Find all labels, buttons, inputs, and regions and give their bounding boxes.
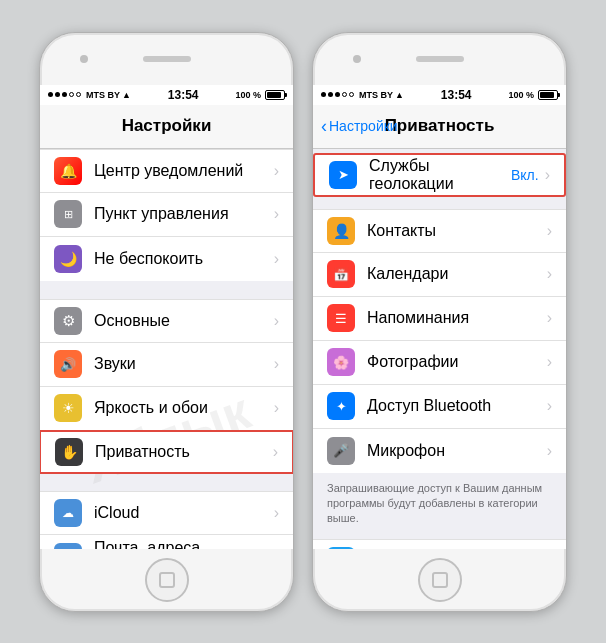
notifications-label: Центр уведомлений <box>94 162 274 180</box>
list-item-sounds[interactable]: 🔊 Звуки › <box>40 343 293 387</box>
bluetooth-chevron: › <box>547 397 552 415</box>
reminders-chevron: › <box>547 309 552 327</box>
photos-chevron: › <box>547 353 552 371</box>
phone-1: MTS BY ▲ 13:54 100 % Настройки Я <box>39 32 294 612</box>
section-2-phone2: 👤 Контакты › 📅 Календари › <box>313 209 566 473</box>
battery-pct-1: 100 % <box>235 90 261 100</box>
wifi-icon-2: ▲ <box>395 90 404 100</box>
battery-icon-1 <box>265 90 285 100</box>
status-left-1: MTS BY ▲ <box>48 90 131 100</box>
twitter-icon <box>327 547 355 549</box>
calendar-icon: 📅 <box>327 260 355 288</box>
list-item-general[interactable]: ⚙ Основные › <box>40 299 293 343</box>
list-item-control[interactable]: ⊞ Пункт управления › <box>40 193 293 237</box>
nav-bar-1: Настройки <box>40 105 293 149</box>
list-item-calendar[interactable]: 📅 Календари › <box>313 253 566 297</box>
battery-fill-2 <box>540 92 554 98</box>
dot2-4 <box>342 92 347 97</box>
carrier-2: MTS BY <box>359 90 393 100</box>
contacts-chevron: › <box>547 222 552 240</box>
home-inner-2 <box>432 572 448 588</box>
bluetooth-label: Доступ Bluetooth <box>367 397 547 415</box>
gap-1 <box>40 281 293 299</box>
sounds-label: Звуки <box>94 355 274 373</box>
home-button-1[interactable] <box>145 558 189 602</box>
speaker-2 <box>416 56 464 62</box>
dot1 <box>48 92 53 97</box>
dot2-1 <box>321 92 326 97</box>
list-item-photos[interactable]: 🌸 Фотографии › <box>313 341 566 385</box>
home-inner-1 <box>159 572 175 588</box>
time-1: 13:54 <box>168 88 199 102</box>
brightness-chevron: › <box>274 399 279 417</box>
screen-2: MTS BY ▲ 13:54 100 % ‹ Настройки Приватн… <box>313 85 566 549</box>
battery-icon-2 <box>538 90 558 100</box>
dot2-3 <box>335 92 340 97</box>
privacy-icon: ✋ <box>55 438 83 466</box>
mail-label: Почта, адреса, календари <box>94 539 274 549</box>
settings-list-2: ➤ Службы геолокации Вкл. › 👤 Контакты <box>313 149 566 549</box>
status-right-1: 100 % <box>235 90 285 100</box>
general-label: Основные <box>94 312 274 330</box>
notifications-chevron: › <box>274 162 279 180</box>
list-item-brightness[interactable]: ☀ Яркость и обои › <box>40 387 293 431</box>
dot2-5 <box>349 92 354 97</box>
social-section: Twitter › Facebook › <box>313 539 566 549</box>
home-button-2[interactable] <box>418 558 462 602</box>
list-item-privacy[interactable]: ✋ Приватность › <box>40 430 293 474</box>
dot2 <box>55 92 60 97</box>
status-bar-1: MTS BY ▲ 13:54 100 % <box>40 85 293 105</box>
list-item-twitter[interactable]: Twitter › <box>313 539 566 549</box>
microphone-label: Микрофон <box>367 442 547 460</box>
general-chevron: › <box>274 312 279 330</box>
bluetooth-icon: ✦ <box>327 392 355 420</box>
calendar-chevron: › <box>547 265 552 283</box>
icloud-label: iCloud <box>94 504 274 522</box>
list-item-location[interactable]: ➤ Службы геолокации Вкл. › <box>313 153 566 197</box>
calendar-label: Календари <box>367 265 547 283</box>
location-icon: ➤ <box>329 161 357 189</box>
list-item-dnd[interactable]: 🌙 Не беспокоить › <box>40 237 293 281</box>
list-item-bluetooth[interactable]: ✦ Доступ Bluetooth › <box>313 385 566 429</box>
list-item-mail[interactable]: ✉ Почта, адреса, календари › <box>40 535 293 549</box>
carrier-1: MTS BY <box>86 90 120 100</box>
dot5 <box>76 92 81 97</box>
notifications-icon: 🔔 <box>54 157 82 185</box>
dot4 <box>69 92 74 97</box>
phone-bottom-1 <box>40 549 293 611</box>
mail-icon: ✉ <box>54 543 82 549</box>
phone-bottom-2 <box>313 549 566 611</box>
dot2-2 <box>328 92 333 97</box>
speaker-1 <box>143 56 191 62</box>
phone-top-2 <box>313 33 566 85</box>
list-item-icloud[interactable]: ☁ iCloud › <box>40 491 293 535</box>
gap-phone2-1 <box>313 201 566 209</box>
list-item-microphone[interactable]: 🎤 Микрофон › <box>313 429 566 473</box>
privacy-chevron: › <box>273 443 278 461</box>
location-label: Службы геолокации <box>369 157 511 193</box>
wifi-icon-1: ▲ <box>122 90 131 100</box>
microphone-icon: 🎤 <box>327 437 355 465</box>
nav-back-2[interactable]: ‹ Настройки <box>321 117 398 135</box>
privacy-label: Приватность <box>95 443 273 461</box>
camera-2 <box>353 55 361 63</box>
location-chevron: › <box>545 166 550 184</box>
nav-title-2: Приватность <box>385 116 495 136</box>
nav-bar-2: ‹ Настройки Приватность <box>313 105 566 149</box>
settings-list-1: Яблык 🔔 Центр уведомлений › ⊞ <box>40 149 293 549</box>
brightness-icon: ☀ <box>54 394 82 422</box>
list-item-reminders[interactable]: ☰ Напоминания › <box>313 297 566 341</box>
list-item-contacts[interactable]: 👤 Контакты › <box>313 209 566 253</box>
dnd-label: Не беспокоить <box>94 250 274 268</box>
dot3 <box>62 92 67 97</box>
mail-chevron: › <box>274 548 279 549</box>
list-item-notifications[interactable]: 🔔 Центр уведомлений › <box>40 149 293 193</box>
photos-icon: 🌸 <box>327 348 355 376</box>
sounds-chevron: › <box>274 355 279 373</box>
control-icon: ⊞ <box>54 200 82 228</box>
battery-fill-1 <box>267 92 281 98</box>
icloud-chevron: › <box>274 504 279 522</box>
section-2-phone1: ⚙ Основные › 🔊 Звуки › ☀ <box>40 299 293 474</box>
contacts-icon: 👤 <box>327 217 355 245</box>
photos-label: Фотографии <box>367 353 547 371</box>
